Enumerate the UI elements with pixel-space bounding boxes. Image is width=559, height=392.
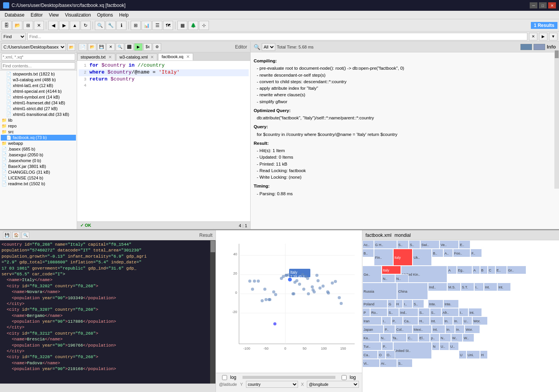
file-tree-item[interactable]: 📄 xhtml1-frameset.dtd (34 kB) [1,100,76,106]
ed-open[interactable]: 📂 [88,43,96,51]
file-tree-item[interactable]: 📄 xhtml-lat1.ent (12 kB) [1,83,76,89]
toolbar-refresh[interactable]: ↻ [81,21,91,30]
result-home-btn[interactable]: 🏠 [12,232,20,239]
treemap-cell[interactable]: F.. [470,249,482,257]
find-input[interactable] [27,33,527,40]
menu-options[interactable]: Options [94,12,116,18]
maximize-button[interactable]: □ [539,2,547,8]
editor-tab-stopwords[interactable]: stopwords.txt ✕ [77,54,115,60]
treemap-cell[interactable]: In. [443,317,453,325]
file-tree-item[interactable]: 📄 xhtml1-transitional.dtd (33 kB) [1,112,76,117]
find-clear-button[interactable]: ✕ [529,33,537,40]
file-tree-item[interactable]: 📄 xhtml1-strict.dtd (27 kB) [1,106,76,112]
toolbar-search[interactable]: 🔍 [95,21,105,30]
treemap-cell[interactable]: China [397,283,428,300]
tab-close-factbook[interactable]: ✕ [186,54,190,59]
menu-visualization[interactable]: Visualization [62,12,94,18]
treemap-cell[interactable]: Ind.. [399,308,418,317]
filter-input[interactable] [2,54,75,60]
treemap-cell[interactable]: Int. [430,317,443,325]
treemap-cell[interactable]: Ta.. [391,333,407,342]
treemap-cell[interactable]: Afr.. [441,308,459,317]
treemap-cell[interactable]: N.. [439,333,451,342]
treemap-cell[interactable]: Ac.. [362,240,374,249]
treemap-cell[interactable]: U.. [463,317,472,325]
treemap-cell[interactable]: Ca.. [403,317,418,325]
treemap-cell[interactable]: H [480,350,488,359]
treemap-cell[interactable]: Int. [432,325,445,333]
file-tree-item[interactable]: 📁 webapp [1,141,76,146]
toolbar-up[interactable]: ▲ [70,21,80,30]
file-tree-item[interactable]: 📄 .basexgui (2050 b) [1,152,76,158]
treemap-cell[interactable]: Inte. [428,300,443,308]
treemap-cell[interactable]: C.. [407,333,418,342]
file-tree-item[interactable]: 📄 stopwords.txt (1822 b) [1,71,76,77]
treemap-cell[interactable]: Russia [362,283,397,300]
info-scrollbar[interactable] [554,50,559,189]
treemap-cell[interactable]: S.. [413,300,424,308]
treemap-cell[interactable]: S.. [430,308,441,317]
toolbar-tree[interactable]: 🌲 [188,21,198,30]
treemap-cell[interactable]: B.. [362,249,374,257]
treemap-cell[interactable]: N.. [382,274,395,283]
menu-editor[interactable]: Editor [27,12,45,18]
treemap-cell[interactable]: G [387,300,395,308]
file-tree-item[interactable]: 📁 lib [1,117,76,123]
toolbar-back[interactable]: ✕ [34,21,44,30]
treemap-cell[interactable]: A [447,266,457,274]
treemap-cell[interactable]: Gr.. [507,266,526,274]
tab-close-w3catalog[interactable]: ✕ [150,55,154,59]
code-editor[interactable]: 1 for $country in //country 2 where $cou… [77,61,250,221]
treemap-cell[interactable]: W.. [463,333,474,342]
treemap-cell[interactable]: Tur.. [362,342,382,350]
ed-close[interactable]: ✕ [106,43,115,51]
editor-tab-factbook[interactable]: factbook.xq ✕ [158,53,193,60]
ed-settings[interactable]: ⚙ [153,43,161,51]
treemap-cell[interactable]: Wor. [472,317,488,325]
treemap-cell[interactable]: S.T. [461,283,474,291]
treemap-cell[interactable]: Int. [497,283,511,291]
ed-new[interactable]: 📄 [79,43,87,51]
toolbar-prev[interactable]: ◀ [48,21,58,30]
file-tree-item[interactable]: 📁 repo [1,123,76,129]
treemap-cell[interactable]: N [432,342,439,350]
file-tree-item[interactable]: 📄 xhtml-symbol.ent (14 kB) [1,94,76,100]
log-y-checkbox[interactable] [342,375,347,380]
ed-stop[interactable]: ⬛ [125,43,133,51]
treemap-cell[interactable]: H [395,300,403,308]
treemap-cell[interactable]: P.. [382,342,393,350]
chart-slider[interactable] [242,376,335,379]
treemap-cell[interactable]: Int. [468,308,482,317]
file-tree-item[interactable]: 📄 w3-catalog.xml (488 b) [1,77,76,83]
treemap-cell[interactable]: S.. [418,308,430,317]
treemap-cell[interactable]: Ar.. [380,359,397,367]
treemap-cell[interactable]: U.. [449,342,459,350]
treemap-cell[interactable]: Eg.. [457,266,472,274]
treemap-cell[interactable]: Poland [362,300,387,308]
treemap-cell[interactable]: P.. [391,317,403,325]
file-tree-item[interactable]: 📄 BaseX.jar (3801 kB) [1,164,76,169]
treemap-cell[interactable]: Inte. [443,300,459,308]
treemap-cell[interactable]: Mexi.. [413,325,432,333]
toolbar-new[interactable]: 🗄 [2,21,12,30]
treemap-cell[interactable]: Uni. [466,350,480,359]
path-select[interactable]: C:/Users/user/Desktop/basex [2,43,66,51]
treemap-cell[interactable]: Wor. [465,325,480,333]
treemap-cell[interactable]: I.. [403,300,413,308]
editor-tab-w3catalog[interactable]: w3-catalog.xml ✕ [116,54,157,60]
treemap-cell[interactable]: Ka.. [362,333,380,342]
file-tree-item[interactable]: 📄 readme.txt (1502 b) [1,181,76,187]
browse-button[interactable]: 📂 [67,43,75,51]
treemap-cell[interactable]: H.. [418,317,430,325]
treemap-cell[interactable]: S.. [397,240,409,249]
treemap-cell[interactable]: S.. [397,359,413,367]
ed-save[interactable]: 💾 [97,43,106,51]
treemap-cell[interactable]: I.. [459,308,468,317]
treemap-cell[interactable]: I.. [474,283,484,291]
treemap-cell[interactable]: A [472,266,480,274]
treemap-cell[interactable]: Ge.. [362,266,382,283]
info-filter-select[interactable]: All [262,43,275,51]
treemap-cell[interactable]: C [488,266,495,274]
treemap-cell[interactable]: Ro.. [370,308,387,317]
treemap-cell[interactable]: E.. [495,266,507,274]
